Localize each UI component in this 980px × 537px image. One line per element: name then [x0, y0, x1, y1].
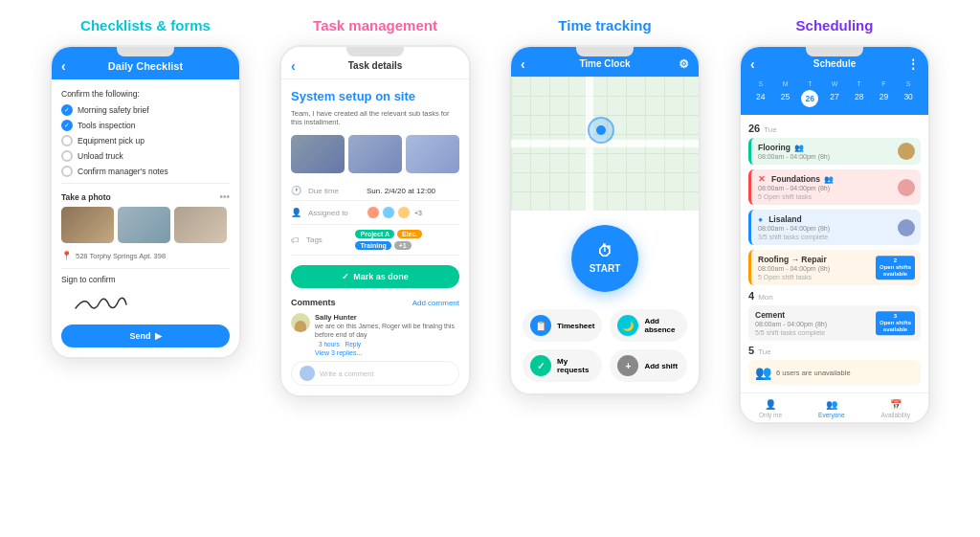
nav-availability[interactable]: 📅 Availability	[880, 399, 910, 418]
reply-link[interactable]: Reply	[345, 341, 362, 347]
checklist-item[interactable]: Unload truck	[61, 150, 230, 162]
avatar	[382, 206, 395, 219]
foundations-item[interactable]: ✕ Foundations 👥 08:00am - 04:00pm (8h) 5…	[748, 169, 921, 205]
checklist-item[interactable]: Morning safety brief	[61, 104, 230, 116]
tags-row: Project A Elec. Training +1	[355, 230, 459, 250]
scheduling-phone: ‹ Schedule ⋮ S M T W T F S 24 25 26	[739, 45, 930, 424]
signature-area	[61, 288, 230, 317]
view-replies-link[interactable]: View 3 replies...	[315, 349, 459, 356]
comments-header: Comments Add comment	[291, 298, 459, 307]
take-photo-label: Take a photo	[61, 192, 111, 202]
back-arrow-icon[interactable]: ‹	[521, 56, 525, 72]
menu-icon[interactable]: ⋮	[907, 57, 919, 71]
start-button[interactable]: ⏱ START	[571, 225, 638, 292]
back-arrow-icon[interactable]: ‹	[61, 58, 66, 74]
signature-svg	[71, 291, 128, 315]
roofing-item[interactable]: Roofing → Repair 08:00am - 04:00pm (8h) …	[748, 250, 921, 285]
task-image	[291, 135, 345, 173]
nav-everyone[interactable]: 👥 Everyone	[818, 399, 844, 418]
task-column: Task management ‹ Task details System se…	[265, 17, 485, 424]
team-icon: 👥	[824, 175, 834, 184]
task-desc: Team, I have created all the relevant su…	[291, 109, 459, 128]
cal-date-today[interactable]: 26	[801, 90, 818, 107]
users-icon: 👥	[755, 365, 771, 380]
error-icon: ✕	[758, 174, 766, 184]
cement-open-shifts-badge: 3Open shiftsavailable	[876, 311, 915, 336]
gear-icon[interactable]: ⚙	[679, 57, 689, 71]
calendar-strip: S M T W T F S 24 25 26 27 28 29 30	[741, 77, 928, 115]
commenter-name: Sally Hunter	[315, 313, 459, 322]
cal-date[interactable]: 25	[773, 90, 798, 107]
cal-date[interactable]: 28	[847, 90, 872, 107]
tags-row: 🏷 Tags Project A Elec. Training +1	[291, 225, 459, 256]
calendar-dates: 24 25 26 27 28 29 30	[748, 90, 921, 107]
flooring-time: 08:00am - 04:00pm (8h)	[758, 153, 914, 160]
check-icon[interactable]	[61, 120, 73, 131]
day4-sub: Mon	[758, 293, 773, 302]
day26-sub: Tue	[764, 125, 777, 134]
task-images	[291, 135, 459, 173]
more-icon[interactable]: •••	[219, 191, 230, 202]
comment-text: we are on this James, Roger will be fina…	[315, 322, 459, 339]
tag-project-a: Project A	[355, 230, 393, 238]
checklist-item[interactable]: Tools inspection	[61, 120, 230, 131]
add-comment-link[interactable]: Add comment	[412, 299, 459, 307]
time-phone: ‹ Time Clock ⚙ ⏱ START 📋 Timesheet	[509, 45, 701, 395]
open-shifts-badge: 2Open shiftsavailable	[876, 256, 915, 280]
cal-date[interactable]: 30	[896, 90, 921, 107]
day5-sub: Tue	[758, 347, 771, 356]
phone-notch	[346, 47, 404, 56]
lisaland-item[interactable]: ● Lisaland 08:00am - 04:00pm (8h) 3/5 sh…	[748, 210, 921, 245]
foundations-avatar	[898, 179, 915, 196]
checklist-item[interactable]: Confirm manager's notes	[61, 166, 230, 177]
foundations-time: 08:00am - 04:00pm (8h)	[758, 185, 914, 191]
comment-meta: 3 hours Reply	[315, 341, 459, 347]
cement-item[interactable]: Cement 08:00am - 04:00pm (8h) 5/5 shift …	[748, 305, 921, 341]
photo-strip	[61, 207, 230, 243]
photo-thumb[interactable]	[118, 207, 170, 243]
my-requests-button[interactable]: ✓ My requests	[523, 349, 602, 382]
check-icon[interactable]	[61, 150, 73, 162]
tag-more: +1	[394, 241, 412, 250]
checklist-item[interactable]: Equipment pick up	[61, 135, 230, 146]
info-icon: ●	[758, 214, 763, 224]
add-shift-icon: +	[617, 355, 638, 376]
task-phone: ‹ Task details System setup on site Team…	[279, 45, 471, 397]
check-icon[interactable]	[61, 104, 73, 116]
mark-done-button[interactable]: ✓ Mark as done	[291, 265, 459, 288]
check-icon[interactable]	[61, 166, 73, 177]
cal-date[interactable]: 27	[822, 90, 847, 107]
scheduling-column: Scheduling ‹ Schedule ⋮ S M T W T F S	[724, 17, 945, 424]
user-avatar	[300, 366, 315, 381]
group-icon: 👥	[826, 399, 837, 410]
commenter-avatar	[291, 313, 310, 332]
day5-label: 5	[748, 345, 754, 356]
tag-training: Training	[355, 241, 390, 250]
checkmark-icon: ✓	[342, 272, 349, 281]
start-button-area: ⏱ START	[511, 211, 699, 302]
time-title: Time tracking	[558, 17, 651, 34]
task-title: Task management	[313, 17, 437, 34]
back-arrow-icon[interactable]: ‹	[291, 58, 296, 74]
send-button[interactable]: Send ▶	[61, 324, 230, 347]
flooring-item[interactable]: Flooring 👥 08:00am - 04:00pm (8h)	[748, 138, 921, 165]
clock-icon: 🕐	[291, 186, 302, 195]
add-shift-button[interactable]: + Add shift	[610, 349, 687, 382]
unavailable-row: 👥 6 users are unavailable	[748, 360, 921, 385]
add-absence-button[interactable]: 🌙 Add absence	[610, 309, 687, 342]
task-image	[406, 135, 459, 173]
photo-thumb[interactable]	[61, 207, 114, 243]
nav-only-me[interactable]: 👤 Only me	[759, 399, 782, 418]
lisaland-title: ● Lisaland	[758, 214, 914, 224]
cal-date[interactable]: 29	[872, 90, 897, 107]
back-arrow-icon[interactable]: ‹	[750, 56, 755, 72]
absence-icon: 🌙	[617, 315, 638, 336]
cal-date[interactable]: 24	[748, 90, 773, 107]
flooring-avatar	[898, 143, 915, 160]
avatar	[367, 206, 380, 219]
check-icon[interactable]	[61, 135, 73, 146]
write-comment-field[interactable]: Write a comment	[291, 361, 459, 386]
timesheet-button[interactable]: 📋 Timesheet	[523, 309, 602, 342]
sign-label: Sign to confirm	[61, 275, 230, 284]
photo-thumb[interactable]	[174, 207, 227, 243]
